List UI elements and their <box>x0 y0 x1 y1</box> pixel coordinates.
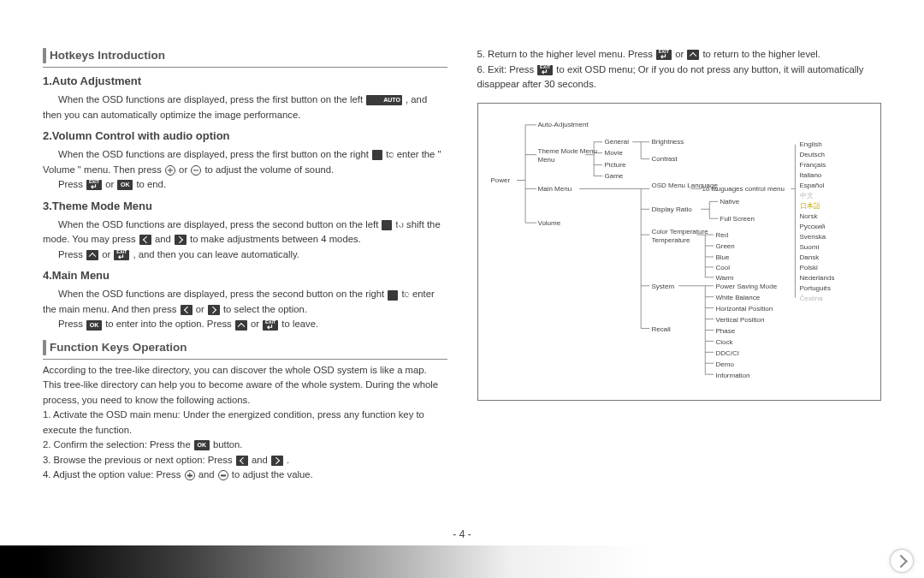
lang: Svenska <box>800 234 826 241</box>
exit-icon: EXIT↵ <box>537 65 553 75</box>
chevron-left-icon <box>181 305 192 315</box>
tree-item: Main Menu <box>538 186 572 193</box>
tree-item: General <box>605 139 629 146</box>
tree-item: Horizontal Position <box>716 306 773 313</box>
chevron-left-icon <box>139 235 151 245</box>
tree-item: Volume <box>538 220 561 227</box>
tree-item: Phase <box>716 328 736 335</box>
ok-icon: OK <box>86 320 102 331</box>
chevron-up-icon <box>235 320 247 331</box>
text: When the OSD functions are displayed, pr… <box>58 94 365 104</box>
tree-item: Game <box>605 173 624 180</box>
tree-item: Green <box>716 243 735 250</box>
tree-item: Blue <box>716 254 730 261</box>
minus-icon <box>218 470 228 480</box>
tree-item: Warm <box>716 275 734 282</box>
text: to return to the higher level. <box>702 49 820 59</box>
tree-item: Clock <box>716 339 733 346</box>
ok-icon: OK <box>194 440 210 450</box>
lang: English <box>800 141 822 148</box>
tree-item: Brightness <box>652 139 684 146</box>
svg-rect-1 <box>399 223 401 225</box>
next-page-button[interactable] <box>890 549 914 573</box>
text: or <box>196 304 207 314</box>
text: When the OSD functions are displayed, pr… <box>58 149 371 159</box>
lang: 中文 <box>800 193 814 200</box>
text: Press <box>58 249 86 259</box>
fk-step-1: 1. Activate the OSD main menu: Under the… <box>43 408 447 438</box>
main-menu-p1: When the OSD functions are displayed, pr… <box>43 287 447 317</box>
text: or <box>251 319 262 329</box>
chevron-right-icon <box>208 305 220 315</box>
tree-item: Recall <box>652 326 671 333</box>
footer-gradient <box>0 545 924 578</box>
chevron-right-icon <box>271 456 283 466</box>
tree-item: White Balance <box>716 295 761 301</box>
chevron-up-icon <box>86 250 98 260</box>
text: , and then you can leave automatically. <box>133 249 299 259</box>
tree-item: Color Temperature <box>652 229 708 235</box>
mode-icon <box>382 220 392 230</box>
speaker-icon <box>372 150 382 160</box>
text: to select the option. <box>223 304 307 314</box>
main-menu-title: 4.Main Menu <box>43 267 447 284</box>
text: When the OSD functions are displayed, pr… <box>58 289 387 299</box>
volume-para-2: Press EXIT↵ or OK to end. <box>43 177 447 193</box>
tree-item: Power Saving Mode <box>716 283 778 290</box>
lang: 日本語 <box>800 203 820 210</box>
text: to leave. <box>281 319 318 329</box>
text: and <box>198 469 217 480</box>
text: Press <box>58 319 86 329</box>
volume-control-title: 2.Volumn Control with audio option <box>43 128 447 145</box>
fk-step-6: 6. Exit: Press EXIT↵ to exit OSD menu; O… <box>477 63 882 92</box>
tree-item: Movie <box>605 150 623 157</box>
text: to adjust the volume of sound. <box>204 164 334 175</box>
text: button. <box>213 439 243 450</box>
lang: Español <box>800 182 825 189</box>
plus-icon <box>185 470 195 480</box>
text: to adjust the value. <box>232 469 313 480</box>
exit-icon: EXIT↵ <box>263 320 278 331</box>
text: 4. Adjust the option value: Press <box>43 469 184 480</box>
auto-adjustment-title: 1.Auto Adjustment <box>43 73 447 90</box>
lang: Polski <box>800 265 818 271</box>
tree-root: Power <box>491 177 511 184</box>
lang: Dansk <box>800 254 820 261</box>
text: or <box>675 49 686 59</box>
lang: Norsk <box>800 213 818 220</box>
fk-step-4: 4. Adjust the option value: Press and to… <box>43 468 447 483</box>
fk-step-3: 3. Browse the previous or next option: P… <box>43 453 447 468</box>
tree-item: Native <box>720 199 740 206</box>
tree-item: Information <box>716 372 750 379</box>
exit-icon: EXIT↵ <box>86 180 102 190</box>
text: 5. Return to the higher level menu. Pres… <box>477 49 655 59</box>
ok-icon: OK <box>117 180 133 190</box>
tree-item: Red <box>716 232 729 239</box>
text: Press <box>58 179 86 189</box>
text: and <box>252 455 270 465</box>
main-menu-p2: Press OK to enter into the option. Press… <box>43 317 447 332</box>
minus-icon <box>191 165 201 176</box>
tree-item: Full Screen <box>720 216 755 223</box>
lang: Português <box>800 285 831 292</box>
lang: Suomi <box>800 244 820 251</box>
hotkeys-title: Hotkeys Introduction <box>43 47 447 68</box>
tree-item: DDC/CI <box>716 350 740 357</box>
plus-icon <box>165 165 175 176</box>
tree-item: Contrast <box>652 156 678 163</box>
tree-item: Cool <box>716 265 730 271</box>
auto-adjustment-para: When the OSD functions are displayed, pr… <box>43 92 447 122</box>
fk-step-2: 2. Confirm the selection: Press the OK b… <box>43 438 447 453</box>
text: or <box>179 164 190 175</box>
lang: Deutsch <box>800 152 825 158</box>
exit-icon: EXIT↵ <box>656 50 672 60</box>
text: . <box>287 455 289 465</box>
fk-intro: According to the tree-like directory, yo… <box>43 363 447 408</box>
text: or <box>105 179 116 189</box>
function-keys-title: Function Keys Operation <box>43 339 447 360</box>
tree-item: Display Ratio <box>652 206 692 213</box>
tree-item: System <box>652 283 675 290</box>
lang: Français <box>800 162 826 169</box>
text: 6. Exit: Press <box>477 64 537 74</box>
chevron-right-icon <box>175 235 187 245</box>
